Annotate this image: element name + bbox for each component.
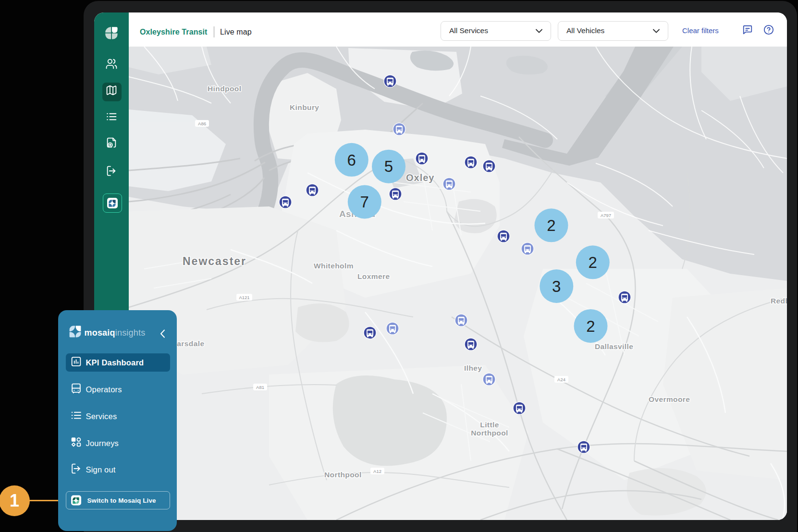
svg-text:Overmoore: Overmoore (649, 395, 690, 403)
svg-text:Hindpool: Hindpool (208, 85, 241, 93)
svg-text:Loxmere: Loxmere (357, 272, 390, 280)
svg-text:6: 6 (347, 151, 356, 169)
svg-text:A24: A24 (557, 377, 565, 382)
svg-text:Northpool: Northpool (324, 471, 362, 479)
svg-text:Redbrook: Redbrook (771, 297, 787, 305)
svg-text:A121: A121 (239, 295, 249, 300)
svg-text:A797: A797 (601, 213, 611, 218)
svg-text:3: 3 (552, 278, 561, 295)
svg-text:Northpool: Northpool (471, 429, 508, 437)
svg-text:A12: A12 (373, 469, 381, 474)
svg-text:2: 2 (547, 217, 555, 234)
svg-text:2: 2 (586, 317, 595, 335)
svg-text:Little: Little (480, 421, 499, 429)
svg-text:5: 5 (384, 157, 393, 175)
svg-text:A81: A81 (256, 385, 264, 390)
svg-text:Ilhey: Ilhey (464, 364, 482, 372)
svg-text:Whiteholm: Whiteholm (314, 262, 354, 270)
svg-text:Newcaster: Newcaster (183, 255, 246, 267)
svg-text:2: 2 (589, 254, 597, 271)
svg-text:Oxley: Oxley (406, 172, 434, 183)
svg-text:A86: A86 (198, 121, 206, 126)
svg-text:Dallasville: Dallasville (595, 342, 633, 351)
svg-text:Kinbury: Kinbury (290, 103, 319, 111)
svg-text:7: 7 (360, 193, 369, 211)
